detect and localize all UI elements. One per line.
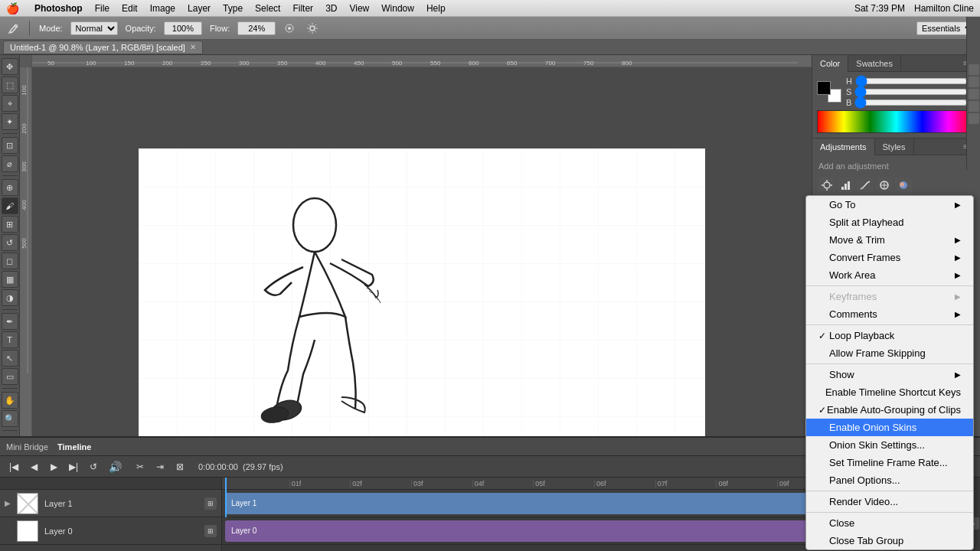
svg-text:500: 500 bbox=[392, 60, 403, 67]
adj-brightness[interactable] bbox=[818, 177, 835, 194]
cm-item-move-trim[interactable]: Move & Trim▶ bbox=[806, 231, 973, 249]
opacity-input[interactable] bbox=[164, 21, 202, 35]
tab-close-button[interactable]: ✕ bbox=[190, 43, 196, 51]
menu-edit[interactable]: Edit bbox=[122, 3, 138, 14]
cm-item-enable-onion-skins[interactable]: Enable Onion Skins bbox=[806, 419, 973, 436]
tool-shape[interactable]: ▭ bbox=[2, 368, 18, 385]
tool-clone[interactable]: ⊞ bbox=[2, 216, 18, 233]
cm-item-convert-frames[interactable]: Convert Frames▶ bbox=[806, 249, 973, 266]
panel-icon-3[interactable] bbox=[969, 89, 979, 99]
layer1-options[interactable]: ⊞ bbox=[204, 497, 217, 510]
apple-menu[interactable]: 🍎 bbox=[6, 2, 19, 15]
adj-exposure[interactable] bbox=[876, 177, 893, 194]
app-name[interactable]: Photoshop bbox=[34, 3, 83, 14]
panel-icon-1[interactable] bbox=[969, 64, 979, 75]
color-spectrum[interactable] bbox=[817, 110, 975, 133]
cm-label-work-area: Work Area bbox=[829, 269, 955, 281]
loop-toggle[interactable]: ↺ bbox=[86, 459, 101, 474]
menu-layer[interactable]: Layer bbox=[188, 3, 211, 14]
tool-history-brush[interactable]: ↺ bbox=[2, 234, 18, 251]
panel-icon-5[interactable] bbox=[969, 113, 979, 124]
audio-icon[interactable]: 🔊 bbox=[109, 461, 122, 473]
tool-pen[interactable]: ✒ bbox=[2, 313, 18, 330]
menu-filter[interactable]: Filter bbox=[292, 3, 313, 14]
tool-move[interactable]: ✥ bbox=[2, 58, 18, 75]
cm-arrow-move-trim: ▶ bbox=[955, 236, 961, 244]
cm-item-panel-options[interactable]: Panel Options... bbox=[806, 471, 973, 489]
settings-icon[interactable] bbox=[303, 20, 322, 37]
tool-eyedrop[interactable]: ⌀ bbox=[2, 155, 18, 172]
adj-curves[interactable] bbox=[857, 177, 874, 194]
tab-styles[interactable]: Styles bbox=[875, 139, 914, 155]
cm-item-work-area[interactable]: Work Area▶ bbox=[806, 266, 973, 284]
bright-slider[interactable] bbox=[854, 99, 968, 106]
cm-item-onion-skin-settings[interactable]: Onion Skin Settings... bbox=[806, 436, 973, 454]
cm-item-show[interactable]: Show▶ bbox=[806, 366, 973, 383]
menu-help[interactable]: Help bbox=[426, 3, 446, 14]
menu-3d[interactable]: 3D bbox=[325, 3, 337, 14]
tool-wand[interactable]: ✦ bbox=[2, 113, 18, 130]
cm-item-comments[interactable]: Comments▶ bbox=[806, 305, 973, 323]
tab-adjustments[interactable]: Adjustments bbox=[812, 139, 875, 155]
tool-gradient[interactable]: ▦ bbox=[2, 271, 18, 288]
tool-path-select[interactable]: ↖ bbox=[2, 350, 18, 367]
cm-item-loop-playback[interactable]: ✓Loop Playback bbox=[806, 327, 973, 344]
tab-color[interactable]: Color bbox=[812, 55, 848, 72]
menu-type[interactable]: Type bbox=[223, 3, 243, 14]
play-button[interactable]: ▶ bbox=[46, 459, 61, 474]
cm-item-split-at-playhead[interactable]: Split at Playhead bbox=[806, 214, 973, 231]
tab-swatches[interactable]: Swatches bbox=[848, 55, 901, 72]
cm-item-allow-frame-skipping[interactable]: Allow Frame Skipping bbox=[806, 344, 973, 362]
cm-item-set-timeline-frame-rate[interactable]: Set Timeline Frame Rate... bbox=[806, 454, 973, 471]
panel-icon-4[interactable] bbox=[969, 101, 979, 112]
adj-vibrance[interactable] bbox=[895, 177, 912, 194]
tool-hand[interactable]: ✋ bbox=[2, 392, 18, 409]
mode-label: Mode: bbox=[36, 20, 66, 37]
tool-eraser[interactable]: ◻ bbox=[2, 253, 18, 269]
go-to-first-frame[interactable]: |◀ bbox=[6, 459, 21, 474]
flow-input[interactable] bbox=[237, 21, 276, 35]
brush-tool-icon[interactable] bbox=[5, 20, 23, 37]
menu-image[interactable]: Image bbox=[150, 3, 175, 14]
drawing-canvas[interactable] bbox=[139, 148, 705, 455]
duration-icon[interactable]: ⊠ bbox=[172, 459, 188, 474]
layer0-options[interactable]: ⊞ bbox=[204, 525, 217, 537]
mini-bridge-tab[interactable]: Mini Bridge bbox=[6, 442, 48, 452]
cm-separator bbox=[806, 364, 973, 364]
split-icon[interactable]: ✂ bbox=[132, 459, 148, 474]
tool-zoom[interactable]: 🔍 bbox=[2, 410, 18, 427]
cm-label-loop-playback: Loop Playback bbox=[829, 330, 961, 341]
mode-select[interactable]: Normal bbox=[70, 21, 118, 35]
hue-slider[interactable] bbox=[855, 78, 968, 84]
menu-view[interactable]: View bbox=[349, 3, 369, 14]
menu-window[interactable]: Window bbox=[381, 3, 414, 14]
tool-marquee[interactable]: ⬚ bbox=[2, 77, 18, 93]
transition-icon[interactable]: ⇥ bbox=[152, 459, 168, 474]
timeline-tab[interactable]: Timeline bbox=[57, 442, 91, 452]
tool-type[interactable]: T bbox=[2, 331, 18, 348]
fg-color[interactable] bbox=[817, 81, 831, 95]
svg-text:800: 800 bbox=[622, 60, 632, 67]
menu-file[interactable]: File bbox=[95, 3, 109, 14]
cm-item-close[interactable]: Close bbox=[806, 514, 973, 532]
sat-slider[interactable] bbox=[854, 89, 968, 95]
panel-icon-2[interactable] bbox=[969, 77, 979, 87]
cm-item-close-tab-group[interactable]: Close Tab Group bbox=[806, 532, 973, 549]
tool-lasso[interactable]: ⌖ bbox=[2, 95, 18, 112]
cm-item-enable-timeline-shortcut-keys[interactable]: Enable Timeline Shortcut Keys bbox=[806, 383, 973, 401]
tool-crop[interactable]: ⊡ bbox=[2, 137, 18, 154]
cm-item-render-video[interactable]: Render Video... bbox=[806, 493, 973, 510]
step-forward[interactable]: ▶| bbox=[66, 459, 81, 474]
layer1-expand[interactable]: ▶ bbox=[5, 499, 11, 507]
menu-select[interactable]: Select bbox=[255, 3, 280, 14]
cm-item-enable-auto-grouping[interactable]: ✓Enable Auto-Grouping of Clips bbox=[806, 401, 973, 419]
document-tab[interactable]: Untitled-1 @ 90.8% (Layer 1, RGB/8#) [sc… bbox=[3, 41, 203, 54]
step-back[interactable]: ◀ bbox=[26, 459, 41, 474]
airbrush-icon[interactable] bbox=[280, 20, 299, 37]
tool-brush[interactable]: 🖌 bbox=[2, 197, 18, 214]
adj-panel-body: Add an adjustment bbox=[812, 155, 980, 200]
tool-dodge[interactable]: ◑ bbox=[2, 289, 18, 306]
cm-item-go-to[interactable]: Go To▶ bbox=[806, 196, 973, 214]
adj-levels[interactable] bbox=[838, 177, 854, 194]
tool-spot-heal[interactable]: ⊕ bbox=[2, 179, 18, 196]
